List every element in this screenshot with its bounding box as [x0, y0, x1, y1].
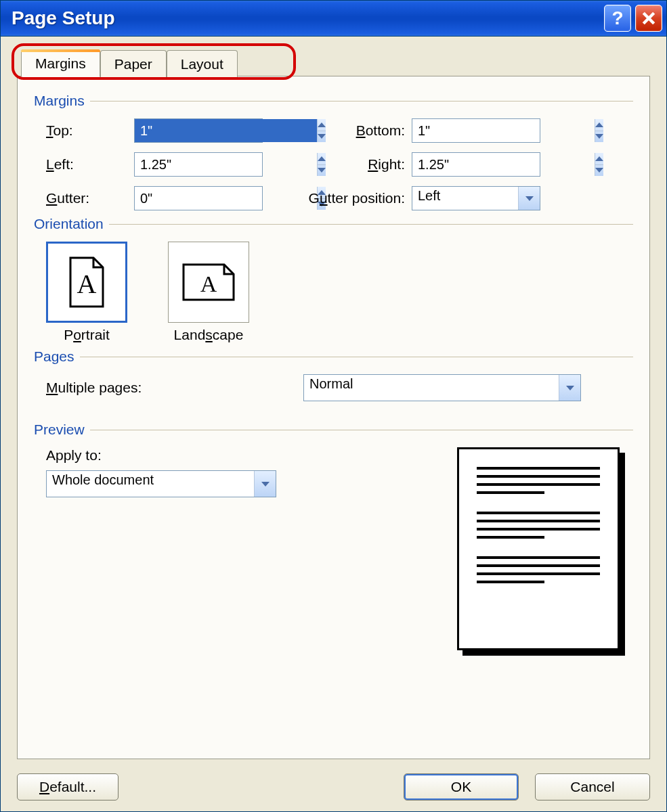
- section-margins-label: Margins: [34, 93, 85, 109]
- dialog-content: Margins Paper Layout Margins Top:: [1, 37, 666, 765]
- chevron-down-icon: [261, 482, 270, 487]
- left-label: Left:: [46, 156, 134, 173]
- applyto-value: Whole document: [47, 471, 254, 497]
- chevron-down-icon: [595, 134, 603, 139]
- preview-right: [303, 447, 633, 650]
- orientation-portrait[interactable]: A Portrait: [46, 242, 127, 343]
- section-margins-title: Margins: [34, 93, 633, 109]
- gutterpos-drop[interactable]: [518, 187, 540, 210]
- bottom-spin-up[interactable]: [595, 119, 603, 131]
- help-icon: ?: [611, 7, 623, 29]
- page-setup-dialog: Page Setup ? Margins Paper Layout: [0, 0, 667, 812]
- top-label: Top:: [46, 122, 134, 139]
- orientation-row: A Portrait A Landscape: [46, 242, 633, 343]
- section-orientation-label: Orientation: [34, 216, 104, 232]
- right-spin-down[interactable]: [595, 165, 603, 177]
- section-pages-label: Pages: [34, 348, 74, 365]
- right-input[interactable]: [412, 153, 595, 176]
- gutterpos-value: Left: [412, 187, 518, 210]
- right-spinner[interactable]: [412, 152, 540, 177]
- multiple-pages-label: Multiple pages:: [46, 380, 303, 396]
- section-pages-title: Pages: [34, 348, 633, 365]
- bottom-input[interactable]: [412, 119, 595, 142]
- chevron-up-icon: [595, 156, 603, 161]
- chevron-up-icon: [595, 122, 603, 127]
- help-button[interactable]: ?: [604, 5, 631, 32]
- tab-row: Margins Paper Layout: [21, 49, 650, 76]
- section-preview-label: Preview: [34, 422, 85, 438]
- gutterpos-label: Gutter position:: [263, 190, 412, 206]
- section-preview-title: Preview: [34, 422, 633, 438]
- close-button[interactable]: [635, 5, 662, 32]
- margins-grid: Top: Bottom: Left:: [46, 118, 633, 210]
- page-portrait-icon: A: [66, 256, 107, 308]
- default-button-label: Default...: [39, 779, 96, 794]
- preview-area: Apply to: Whole document: [46, 447, 633, 650]
- orientation-portrait-label: Portrait: [64, 327, 110, 343]
- page-preview-icon: [457, 447, 620, 650]
- cancel-button-label: Cancel: [570, 779, 614, 794]
- right-label: Right:: [263, 156, 412, 173]
- applyto-combo[interactable]: Whole document: [46, 470, 276, 497]
- tab-margins[interactable]: Margins: [21, 49, 100, 77]
- orientation-landscape-label: Landscape: [174, 327, 244, 343]
- close-icon: [641, 11, 656, 26]
- gutterpos-combo[interactable]: Left: [412, 186, 540, 210]
- ok-button-label: OK: [451, 779, 471, 794]
- bottom-label: Bottom:: [263, 122, 412, 139]
- svg-text:A: A: [77, 269, 97, 299]
- preview-left: Apply to: Whole document: [46, 447, 276, 650]
- orientation-portrait-thumb: A: [46, 242, 127, 323]
- multiple-pages-value: Normal: [304, 375, 559, 401]
- page-landscape-icon: A: [181, 262, 236, 302]
- bottom-spin-down[interactable]: [595, 131, 603, 143]
- left-spinner[interactable]: [134, 152, 263, 177]
- default-button[interactable]: Default...: [17, 773, 119, 800]
- chevron-down-icon: [525, 196, 534, 201]
- dialog-button-row: Default... OK Cancel: [1, 765, 666, 811]
- svg-text:A: A: [200, 271, 217, 296]
- tab-layout-label: Layout: [181, 56, 223, 72]
- titlebar: Page Setup ?: [1, 1, 666, 37]
- orientation-landscape[interactable]: A Landscape: [168, 242, 249, 343]
- multiple-pages-combo[interactable]: Normal: [303, 374, 581, 401]
- cancel-button[interactable]: Cancel: [535, 773, 650, 800]
- chevron-down-icon: [595, 168, 603, 173]
- dialog-title: Page Setup: [12, 7, 600, 29]
- right-spin-up[interactable]: [595, 153, 603, 165]
- right-spin-buttons[interactable]: [595, 153, 603, 176]
- tab-paper-label: Paper: [114, 56, 152, 72]
- bottom-spin-buttons[interactable]: [595, 119, 603, 142]
- chevron-down-icon: [566, 386, 574, 390]
- bottom-spinner[interactable]: [412, 118, 540, 143]
- tab-paper[interactable]: Paper: [100, 50, 167, 77]
- ok-button[interactable]: OK: [404, 773, 519, 800]
- gutter-label: Gutter:: [46, 190, 134, 206]
- gutter-spinner[interactable]: [134, 186, 263, 210]
- tab-panel: Margins Top: Bottom:: [17, 76, 650, 759]
- applyto-drop[interactable]: [254, 471, 276, 497]
- multiple-pages-drop[interactable]: [559, 375, 580, 401]
- section-orientation-title: Orientation: [34, 216, 633, 232]
- tab-layout[interactable]: Layout: [167, 50, 238, 77]
- orientation-landscape-thumb: A: [168, 242, 249, 323]
- applyto-label: Apply to:: [46, 447, 276, 464]
- pages-row: Multiple pages: Normal: [46, 374, 633, 401]
- tab-margins-label: Margins: [35, 55, 86, 71]
- top-spinner[interactable]: [134, 118, 263, 143]
